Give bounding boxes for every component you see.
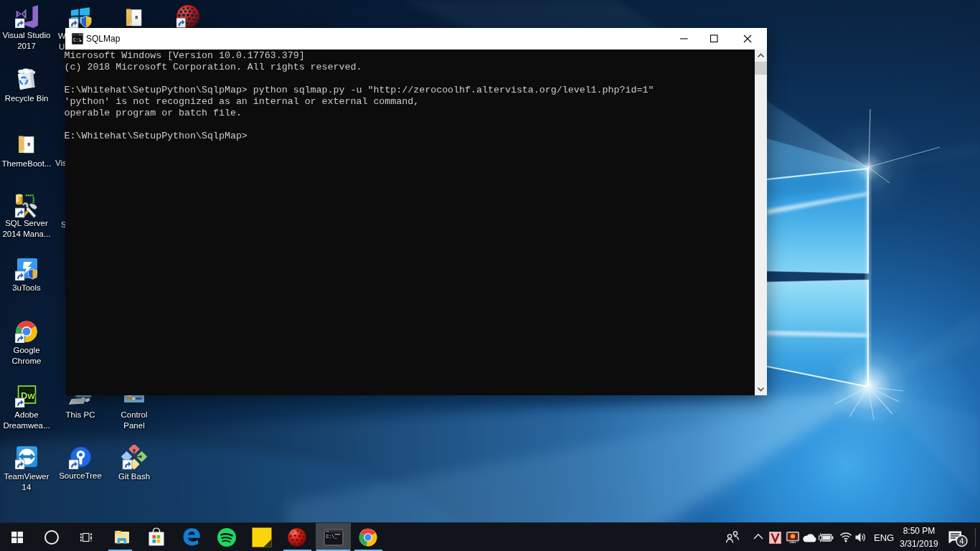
svg-text:C:\_: C:\_ (326, 534, 337, 540)
svg-text:C:\: C:\ (73, 38, 82, 43)
svg-text:4: 4 (960, 537, 964, 545)
